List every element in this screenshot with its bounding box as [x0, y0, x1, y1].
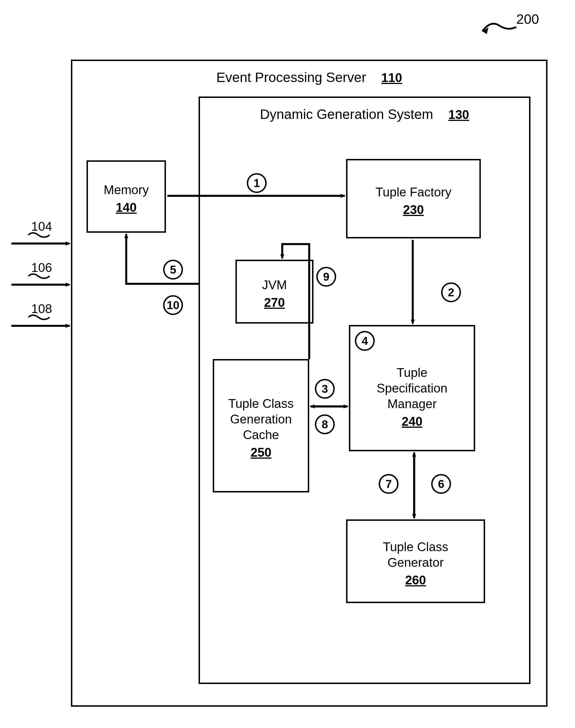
- tuple-spec-mgr-ref: 240: [402, 413, 422, 429]
- input-108-label: 108: [31, 302, 52, 316]
- svg-marker-0: [482, 27, 488, 34]
- jvm-ref: 270: [264, 294, 285, 310]
- eps-title: Event Processing Server: [216, 70, 366, 85]
- dgs-title: Dynamic Generation System: [260, 107, 433, 122]
- tuple-factory-title: Tuple Factory: [370, 181, 457, 201]
- tuple-factory-box: Tuple Factory 230: [346, 159, 481, 239]
- step-8-circle: 8: [315, 414, 335, 434]
- diagram-root: 200 Event Processing Server 110 Dynamic …: [0, 0, 575, 728]
- figure-ref: 200: [516, 11, 539, 27]
- memory-ref: 140: [116, 199, 136, 215]
- input-106-label: 106: [31, 260, 52, 275]
- eps-ref: 110: [381, 69, 402, 85]
- step-6-circle: 6: [431, 474, 451, 494]
- step-1-circle: 1: [247, 173, 267, 193]
- generator-box: Tuple Class Generator 260: [346, 519, 485, 603]
- jvm-title: JVM: [257, 274, 293, 294]
- step-2-circle: 2: [441, 282, 461, 302]
- step-9-circle: 9: [316, 267, 336, 287]
- generator-title: Tuple Class Generator: [365, 536, 467, 571]
- tuple-factory-ref: 230: [403, 201, 424, 217]
- jvm-box: JVM 270: [235, 260, 313, 323]
- step-4-circle: 4: [355, 331, 375, 351]
- step-3-circle: 3: [315, 379, 335, 399]
- step-10-circle: 10: [163, 295, 183, 315]
- input-104-label: 104: [31, 219, 52, 233]
- cache-box: Tuple Class Generation Cache 250: [213, 359, 309, 493]
- step-5-circle: 5: [163, 260, 183, 280]
- generator-ref: 260: [405, 571, 426, 587]
- dgs-ref: 130: [448, 106, 469, 122]
- memory-box: Memory 140: [87, 160, 166, 233]
- step-7-circle: 7: [379, 474, 399, 494]
- tuple-spec-mgr-box: 4 Tuple Specification Manager 240: [349, 325, 475, 451]
- cache-ref: 250: [250, 444, 271, 460]
- memory-title: Memory: [98, 179, 155, 199]
- cache-title: Tuple Class Generation Cache: [218, 392, 304, 444]
- tuple-spec-mgr-title: Tuple Specification Manager: [367, 348, 458, 413]
